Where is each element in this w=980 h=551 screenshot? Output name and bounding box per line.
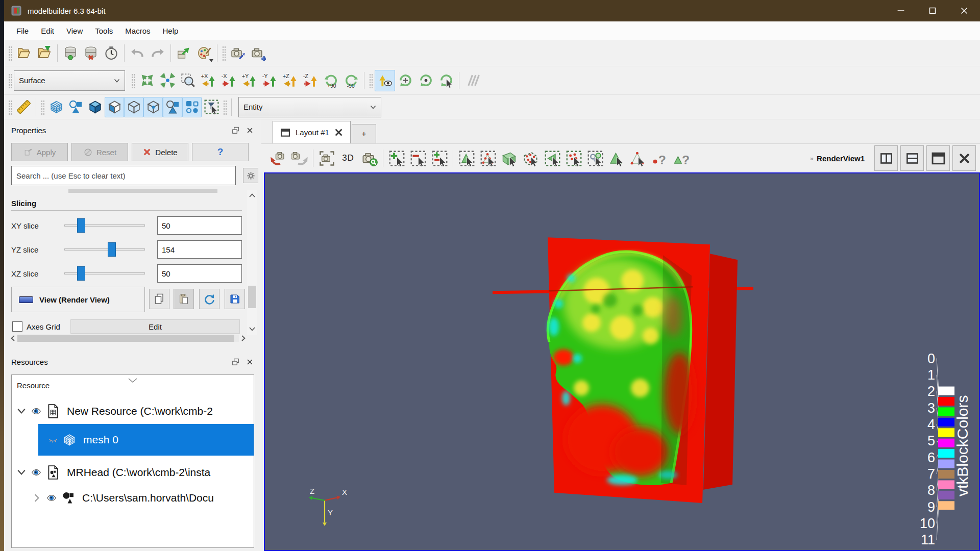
cube-surface-button[interactable] — [105, 97, 124, 117]
menu-item-tools[interactable]: Tools — [89, 21, 119, 40]
solid-cube-button[interactable] — [85, 97, 105, 117]
timer-button[interactable] — [101, 42, 121, 64]
select-block-button[interactable] — [542, 147, 563, 169]
collapse-header-icon[interactable] — [128, 376, 138, 385]
menu-item-edit[interactable]: Edit — [35, 21, 60, 40]
camera-wrench-button[interactable] — [228, 42, 248, 64]
maximize-view-button[interactable] — [926, 145, 950, 171]
scrollbar-thumb[interactable] — [17, 335, 234, 342]
expander-open-icon[interactable] — [15, 408, 28, 415]
cube-wireframe-button[interactable] — [124, 97, 143, 117]
tree-row-3[interactable]: C:\Users\sam.horvath\Docu — [12, 485, 254, 511]
close-view-button[interactable] — [952, 145, 976, 171]
expander-open-icon[interactable] — [15, 469, 28, 476]
eye-open-icon[interactable] — [43, 493, 60, 503]
float-panel-icon[interactable] — [230, 356, 241, 367]
delete-button[interactable]: Delete — [132, 143, 188, 161]
reset-center-button[interactable] — [436, 70, 456, 91]
hover-points-button[interactable] — [627, 147, 649, 169]
properties-vertical-scrollbar[interactable] — [247, 190, 257, 335]
scroll-up-icon[interactable] — [247, 190, 257, 201]
expander-closed-icon[interactable] — [30, 493, 43, 503]
show-center-axes-button[interactable] — [395, 70, 415, 91]
scrollbar-thumb[interactable] — [248, 286, 256, 308]
render-viewport[interactable]: XYZ 01234567891011vtkBlockColors — [264, 172, 980, 551]
close-panel-icon[interactable] — [244, 356, 255, 367]
help-button[interactable]: ? — [192, 143, 249, 161]
shapes-selection-button[interactable] — [163, 97, 182, 117]
slider-value-field[interactable] — [157, 240, 242, 259]
toolbar-grip[interactable] — [8, 45, 12, 61]
select-points-through-button[interactable] — [520, 147, 542, 169]
toggle-3d-button[interactable]: 3D — [337, 147, 359, 169]
add-layout-tab[interactable]: + — [352, 124, 376, 143]
camera-parallel-button[interactable] — [462, 70, 482, 91]
entity-select[interactable]: Entity — [238, 97, 381, 117]
apply-button[interactable]: Apply — [11, 143, 68, 161]
redo-button[interactable] — [148, 42, 168, 64]
scroll-left-icon[interactable] — [8, 334, 17, 343]
menu-item-help[interactable]: Help — [157, 21, 185, 40]
close-button[interactable] — [948, 0, 980, 21]
close-panel-icon[interactable] — [244, 124, 255, 136]
tree-row-0[interactable]: New Resource (C:\work\cmb-2 — [12, 398, 254, 424]
view-minus-z-button[interactable]: -Z — [300, 70, 321, 91]
capture-screenshot-button[interactable] — [316, 147, 337, 169]
open-import-button[interactable] — [34, 42, 55, 64]
mri-slice-visualization[interactable]: XYZ 01234567891011vtkBlockColors — [265, 173, 979, 550]
refresh-button[interactable] — [199, 289, 219, 309]
view-plus-x-button[interactable]: +X — [198, 70, 218, 91]
layout-tab[interactable]: Layout #1 — [273, 121, 351, 143]
slider-handle[interactable] — [108, 242, 116, 257]
toolbar-grip[interactable] — [8, 73, 12, 88]
view-plus-y-button[interactable]: +Y — [239, 70, 259, 91]
toolbar-grip[interactable] — [222, 45, 226, 61]
scroll-down-icon[interactable] — [247, 323, 257, 335]
slider-handle[interactable] — [77, 218, 85, 233]
minimize-button[interactable] — [885, 0, 917, 21]
split-vertical-button[interactable] — [874, 145, 898, 171]
palette-button[interactable] — [194, 42, 214, 64]
camera-undo-button[interactable] — [267, 147, 289, 169]
show-orientation-axes-button[interactable] — [375, 70, 395, 91]
menu-item-file[interactable]: File — [10, 21, 35, 40]
rotate-90-cw-button[interactable]: +90 — [321, 70, 341, 91]
select-add-button[interactable] — [386, 147, 407, 169]
zoom-to-data-button[interactable] — [157, 70, 178, 91]
render-view-link[interactable]: RenderView1 — [817, 154, 865, 163]
block-colors-legend[interactable]: 01234567891011vtkBlockColors — [920, 350, 971, 547]
slider-track[interactable] — [64, 266, 145, 281]
camera-redo-button[interactable] — [289, 147, 310, 169]
select-subtract-button[interactable] — [407, 147, 429, 169]
toolbar-grip[interactable] — [8, 99, 12, 115]
reset-button[interactable]: Reset — [71, 143, 128, 161]
toolbar-grip[interactable] — [131, 73, 135, 88]
open-file-button[interactable] — [14, 42, 34, 64]
eye-open-icon[interactable] — [28, 467, 44, 478]
select-filter-button[interactable] — [202, 97, 221, 117]
slider-value-field[interactable] — [157, 264, 242, 283]
select-points-rect-button[interactable] — [477, 147, 499, 169]
orientation-axes-widget[interactable]: XYZ — [309, 487, 347, 526]
source-remove-button[interactable] — [81, 42, 101, 64]
cube-points-button[interactable] — [143, 97, 163, 117]
camera-add-button[interactable] — [248, 42, 268, 64]
select-blocks-button[interactable] — [563, 147, 584, 169]
zoom-to-box-button[interactable] — [178, 70, 198, 91]
view-minus-y-button[interactable]: -Y — [259, 70, 280, 91]
copy-properties-button[interactable] — [149, 289, 169, 309]
properties-horizontal-scrollbar[interactable] — [8, 334, 248, 343]
view-plus-z-button[interactable]: +Z — [280, 70, 300, 91]
query-cell-button[interactable]: ? — [670, 147, 692, 169]
shapes-representation-button[interactable] — [66, 97, 85, 117]
ruler-button[interactable] — [14, 97, 33, 117]
reset-camera-button[interactable] — [137, 70, 157, 91]
camera-zoom-button[interactable] — [359, 147, 380, 169]
view-minus-x-button[interactable]: -X — [218, 70, 239, 91]
hover-cells-button[interactable] — [606, 147, 627, 169]
slider-track[interactable] — [64, 242, 145, 257]
toolbar-overflow-icon[interactable]: » — [810, 155, 814, 162]
select-toggle-button[interactable] — [429, 147, 450, 169]
axes-grid-edit-button[interactable]: Edit — [70, 319, 240, 334]
scroll-right-icon[interactable] — [239, 334, 248, 343]
